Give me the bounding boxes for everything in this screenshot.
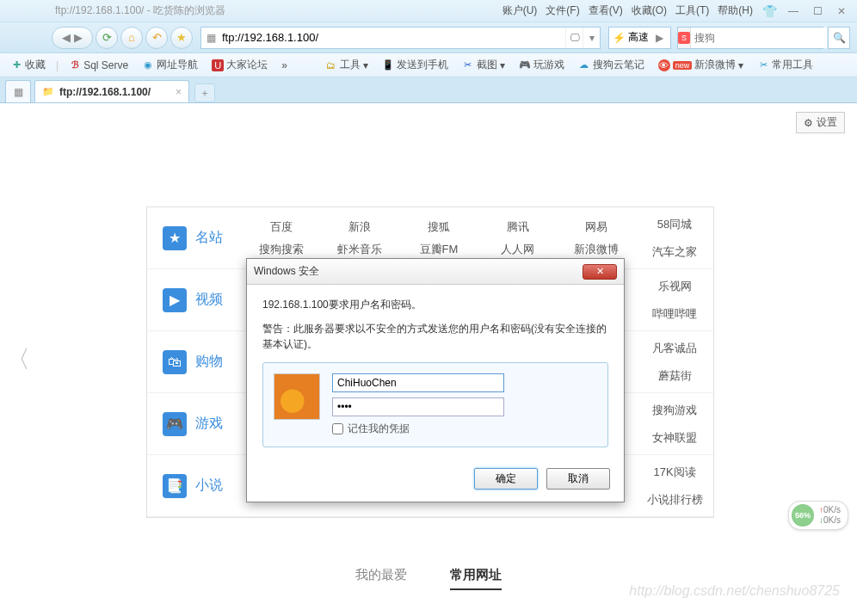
- search-engine-selector[interactable]: S: [678, 28, 691, 48]
- site-link[interactable]: 小说排行榜: [636, 489, 713, 511]
- close-button[interactable]: ✕: [831, 3, 852, 20]
- site-link[interactable]: 汽车之家: [636, 241, 713, 263]
- category-icon: ★: [163, 226, 187, 250]
- dialog-cancel-button[interactable]: 取消: [546, 468, 610, 490]
- category-name: 视频: [195, 291, 223, 309]
- dialog-close-button[interactable]: ✕: [583, 264, 617, 280]
- category-header[interactable]: 📑小说: [147, 474, 242, 498]
- site-link[interactable]: 17K阅读: [636, 461, 713, 484]
- site-link[interactable]: 人人网: [478, 238, 558, 261]
- credentials-box: 记住我的凭据: [262, 362, 608, 447]
- carousel-prev[interactable]: 〈: [5, 334, 31, 385]
- back-forward-button[interactable]: ◀ ▶: [52, 27, 93, 49]
- speed-mode[interactable]: ⚡ 高速 ▶: [608, 27, 671, 49]
- tool-toolbox[interactable]: 🗂工具 ▾: [322, 56, 372, 74]
- credential-image: [274, 373, 320, 420]
- speed-percent: 56%: [792, 504, 814, 527]
- compat-icon[interactable]: 🖵: [565, 28, 583, 48]
- minimize-button[interactable]: —: [783, 3, 804, 20]
- site-link[interactable]: 豆瓣FM: [399, 238, 478, 261]
- watermark: http://blog.csdn.net/chenshuo8725: [629, 583, 840, 599]
- speed-values: 0K/s 0K/s: [819, 505, 841, 526]
- speed-widget[interactable]: 56% 0K/s 0K/s: [788, 501, 848, 530]
- menu-tools[interactable]: 工具(T): [675, 3, 709, 18]
- add-favorite[interactable]: ✚收藏: [7, 56, 49, 74]
- go-button[interactable]: ▶: [651, 32, 667, 44]
- site-link[interactable]: 搜狐: [399, 216, 478, 238]
- tab-home-button[interactable]: ▦: [5, 80, 31, 102]
- site-link[interactable]: 百度: [242, 216, 321, 238]
- tool-games[interactable]: 🎮玩游戏: [515, 56, 568, 74]
- password-input[interactable]: [332, 397, 504, 416]
- category-icon: 📑: [163, 474, 187, 498]
- site-link[interactable]: 蘑菇街: [636, 365, 713, 387]
- footer-tab-common[interactable]: 常用网址: [450, 567, 502, 590]
- site-link[interactable]: 网易: [557, 216, 636, 238]
- site-link[interactable]: 哔哩哔哩: [636, 303, 713, 325]
- tool-send-phone[interactable]: 📱发送到手机: [379, 56, 452, 74]
- address-bar: ▦ 🖵 ▾: [200, 27, 601, 49]
- tool-cloudnote[interactable]: ☁搜狗云笔记: [575, 56, 648, 74]
- skin-icon[interactable]: 👕: [759, 3, 780, 20]
- settings-button[interactable]: ⚙设置: [796, 112, 845, 133]
- site-link[interactable]: 凡客诚品: [636, 337, 713, 360]
- dialog-footer: 确定 取消: [247, 459, 624, 502]
- dropdown-icon[interactable]: ▾: [583, 28, 600, 48]
- auth-dialog: Windows 安全 ✕ 192.168.1.100要求用户名和密码。 警告：此…: [246, 258, 625, 502]
- search-button[interactable]: 🔍: [828, 27, 850, 49]
- remember-checkbox-label[interactable]: 记住我的凭据: [332, 422, 597, 436]
- favorite-button[interactable]: ★: [170, 27, 193, 49]
- new-tab-button[interactable]: ＋: [194, 83, 215, 102]
- footer-tab-fav[interactable]: 我的最爱: [355, 567, 407, 590]
- tool-screenshot[interactable]: ✂截图 ▾: [459, 56, 509, 74]
- search-box: S: [677, 27, 823, 49]
- site-link[interactable]: 女神联盟: [636, 427, 713, 449]
- site-link[interactable]: 新浪: [321, 216, 400, 238]
- menu-file[interactable]: 文件(F): [546, 3, 579, 18]
- bookmark-forum[interactable]: U大家论坛: [208, 56, 271, 74]
- tab-active[interactable]: 📁 ftp://192.168.1.100/ ×: [34, 80, 189, 102]
- search-input[interactable]: [691, 28, 827, 48]
- refresh-button[interactable]: ⟳: [96, 27, 118, 49]
- tool-common[interactable]: ✂常用工具: [754, 56, 817, 74]
- menu-view[interactable]: 查看(V): [589, 3, 623, 18]
- menu-account[interactable]: 账户(U): [502, 3, 538, 18]
- site-link[interactable]: 乐视网: [636, 275, 713, 298]
- home-button[interactable]: ⌂: [120, 27, 143, 49]
- window-title: ftp://192.168.1.100/ - 吃货陈的浏览器: [55, 3, 225, 18]
- tab-close-button[interactable]: ×: [176, 86, 182, 98]
- category-header[interactable]: ★名站: [147, 226, 242, 250]
- bookmark-sqlserve[interactable]: ℬSql Serve: [65, 58, 132, 73]
- site-link[interactable]: 虾米音乐: [321, 238, 400, 261]
- maximize-button[interactable]: ☐: [807, 3, 828, 20]
- bookmark-nav[interactable]: ◉网址导航: [139, 56, 201, 74]
- category-links: 百度新浪搜狐腾讯网易搜狗搜索虾米音乐豆瓣FM人人网新浪微博: [242, 216, 636, 261]
- site-link[interactable]: 新浪微博: [557, 238, 636, 261]
- category-icon: ▶: [163, 288, 187, 312]
- site-link[interactable]: 腾讯: [478, 216, 558, 238]
- tab-favicon: 📁: [42, 86, 54, 97]
- undo-button[interactable]: ↶: [145, 27, 168, 49]
- dialog-ok-button[interactable]: 确定: [474, 468, 538, 490]
- nav-toolbar: ◀ ▶ ⟳ ⌂ ↶ ★ ▦ 🖵 ▾ ⚡ 高速 ▶ S 🔍: [0, 22, 857, 53]
- menu-favorites[interactable]: 收藏(O): [632, 3, 667, 18]
- tool-weibo[interactable]: 👁new新浪微博 ▾: [655, 56, 748, 74]
- category-side: 凡客诚品蘑菇街: [636, 337, 713, 387]
- category-name: 名站: [195, 229, 223, 247]
- category-name: 购物: [195, 353, 223, 371]
- category-header[interactable]: ▶视频: [147, 288, 242, 312]
- speed-label: 高速: [628, 30, 649, 45]
- dialog-body: 192.168.1.100要求用户名和密码。 警告：此服务器要求以不安全的方式发…: [247, 285, 624, 459]
- category-header[interactable]: 🛍购物: [147, 350, 242, 374]
- bookmark-bar: ✚收藏 | ℬSql Serve ◉网址导航 U大家论坛 » 🗂工具 ▾ 📱发送…: [0, 53, 857, 77]
- username-input[interactable]: [332, 373, 504, 392]
- category-header[interactable]: 🎮游戏: [147, 412, 242, 436]
- menu-help[interactable]: 帮助(H): [718, 3, 753, 18]
- remember-checkbox[interactable]: [332, 423, 343, 434]
- site-link[interactable]: 搜狗搜索: [242, 238, 321, 261]
- bookmark-more[interactable]: »: [278, 58, 291, 73]
- address-favicon: ▦: [201, 32, 220, 44]
- site-link[interactable]: 58同城: [636, 213, 713, 236]
- site-link[interactable]: 搜狗游戏: [636, 399, 713, 422]
- address-input[interactable]: [220, 31, 565, 44]
